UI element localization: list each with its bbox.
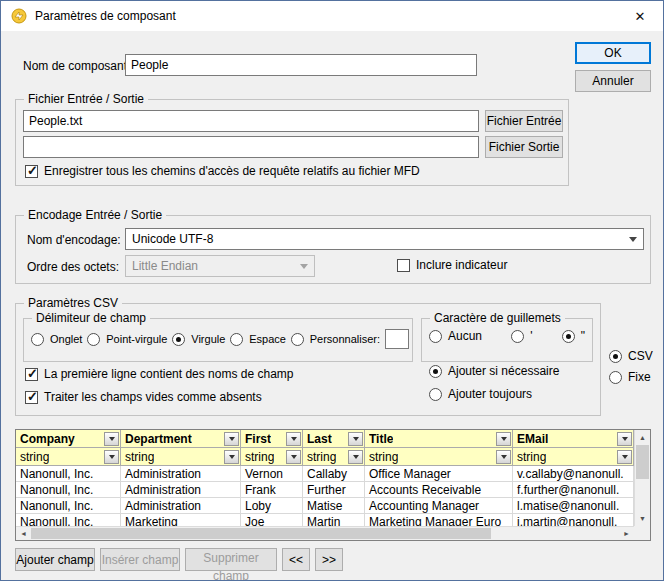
move-field-right-button[interactable]: >> xyxy=(315,548,343,571)
delimiter-custom-radio[interactable]: Personnaliser: xyxy=(291,333,380,346)
include-bom-checkbox[interactable]: Inclure indicateur xyxy=(397,258,507,272)
quote-none-radio[interactable]: Aucun xyxy=(429,329,482,343)
table-cell: Vernon xyxy=(241,466,303,482)
app-icon xyxy=(11,8,27,24)
vertical-scrollbar[interactable]: ▲ ▼ xyxy=(634,430,650,526)
column-type-label: string xyxy=(125,450,154,464)
column-type-select[interactable]: string xyxy=(365,448,513,466)
vertical-scroll-thumb[interactable] xyxy=(636,445,649,479)
move-field-left-button[interactable]: << xyxy=(282,548,310,571)
delimiter-semicolon-radio[interactable]: Point-virgule xyxy=(87,333,167,346)
first-row-fieldnames-label: La première ligne contient des noms de c… xyxy=(44,367,293,381)
encoding-group-title: Encodage Entrée / Sortie xyxy=(24,208,166,222)
checkbox-checked-icon xyxy=(25,391,38,404)
column-type-select[interactable]: string xyxy=(16,448,121,466)
column-header[interactable]: Department xyxy=(121,430,241,448)
delimiter-tab-label: Onglet xyxy=(50,333,82,345)
radio-unselected-icon xyxy=(429,388,442,401)
column-header[interactable]: Company xyxy=(16,430,121,448)
table-cell: Accounts Receivable xyxy=(365,482,513,498)
chevron-down-icon[interactable] xyxy=(286,432,301,446)
add-field-button[interactable]: Ajouter champ xyxy=(15,548,95,571)
scroll-left-icon[interactable]: ◄ xyxy=(16,527,31,540)
custom-delimiter-input[interactable] xyxy=(385,329,409,349)
quote-double-radio[interactable]: " xyxy=(562,329,585,343)
quote-char-group-title: Caractère de guillemets xyxy=(430,311,565,325)
column-header[interactable]: First xyxy=(241,430,303,448)
ok-button[interactable]: OK xyxy=(575,42,651,64)
delimiter-comma-radio[interactable]: Virgule xyxy=(172,333,225,346)
scroll-right-icon[interactable]: ► xyxy=(619,527,634,540)
column-type-select[interactable]: string xyxy=(513,448,634,466)
delimiter-space-label: Espace xyxy=(249,333,286,345)
input-file-button[interactable]: Fichier Entrée xyxy=(485,110,563,132)
quote-single-label: ' xyxy=(530,329,532,343)
save-relative-paths-checkbox[interactable]: Enregistrer tous les chemins d'accès de … xyxy=(25,164,420,178)
encoding-name-label: Nom d'encodage: xyxy=(27,233,121,247)
encoding-name-select[interactable]: Unicode UTF-8 xyxy=(125,228,644,250)
cancel-button[interactable]: Annuler xyxy=(575,70,651,92)
column-header-label: Department xyxy=(125,432,192,446)
component-name-input[interactable] xyxy=(125,54,477,76)
table-cell: Matise xyxy=(303,498,365,514)
first-row-fieldnames-checkbox[interactable]: La première ligne contient des noms de c… xyxy=(25,367,293,381)
scroll-up-icon[interactable]: ▲ xyxy=(635,430,650,445)
column-header-label: Title xyxy=(369,432,393,446)
column-type-label: string xyxy=(369,450,398,464)
table-cell: v.callaby@nanonull. xyxy=(513,466,634,482)
table-cell: f.further@nanonull. xyxy=(513,482,634,498)
format-fixed-radio[interactable]: Fixe xyxy=(609,370,651,384)
table-cell: Administration xyxy=(121,482,241,498)
chevron-down-icon[interactable] xyxy=(617,432,632,446)
quote-single-radio[interactable]: ' xyxy=(511,329,532,343)
byte-order-label: Ordre des octets: xyxy=(27,260,119,274)
checkbox-checked-icon xyxy=(25,368,38,381)
delimiter-space-radio[interactable]: Espace xyxy=(230,333,286,346)
column-header-label: Company xyxy=(20,432,75,446)
column-header[interactable]: Title xyxy=(365,430,513,448)
field-preview-table: Company Department First Last Title EMai… xyxy=(15,429,651,541)
output-file-field[interactable] xyxy=(23,136,479,158)
chevron-down-icon[interactable] xyxy=(224,432,239,446)
horizontal-scroll-thumb[interactable] xyxy=(31,528,491,539)
format-csv-radio[interactable]: CSV xyxy=(609,349,653,363)
radio-selected-icon xyxy=(609,350,622,363)
radio-unselected-icon xyxy=(31,333,44,346)
column-header[interactable]: Last xyxy=(303,430,365,448)
window-title: Paramètres de composant xyxy=(35,1,176,31)
column-type-label: string xyxy=(307,450,336,464)
scroll-down-icon[interactable]: ▼ xyxy=(635,511,650,526)
chevron-down-icon[interactable] xyxy=(617,450,632,464)
table-cell: Administration xyxy=(121,466,241,482)
column-type-select[interactable]: string xyxy=(241,448,303,466)
delimiter-options-row: Onglet Point-virgule Virgule Espace Pers… xyxy=(31,329,409,349)
chevron-down-icon[interactable] xyxy=(496,432,511,446)
chevron-down-icon[interactable] xyxy=(348,432,363,446)
output-file-button[interactable]: Fichier Sortie xyxy=(485,136,563,158)
horizontal-scrollbar[interactable]: ◄ ► xyxy=(16,526,634,540)
chevron-down-icon[interactable] xyxy=(224,450,239,464)
input-file-field[interactable] xyxy=(23,110,479,132)
column-type-select[interactable]: string xyxy=(121,448,241,466)
table-cell: Office Manager xyxy=(365,466,513,482)
quote-add-always-radio[interactable]: Ajouter toujours xyxy=(429,387,532,401)
chevron-down-icon[interactable] xyxy=(496,450,511,464)
column-type-select[interactable]: string xyxy=(303,448,365,466)
column-type-label: string xyxy=(245,450,274,464)
column-header[interactable]: EMail xyxy=(513,430,634,448)
titlebar: Paramètres de composant ✕ xyxy=(1,1,663,31)
chevron-down-icon[interactable] xyxy=(104,450,119,464)
radio-selected-icon xyxy=(429,365,442,378)
close-button[interactable]: ✕ xyxy=(617,1,663,31)
quote-add-if-needed-radio[interactable]: Ajouter si nécessaire xyxy=(429,364,559,378)
empty-fields-absent-label: Traiter les champs vides comme absents xyxy=(44,390,262,404)
scrollbar-corner xyxy=(634,526,650,540)
table-cell: Further xyxy=(303,482,365,498)
delimiter-tab-radio[interactable]: Onglet xyxy=(31,333,82,346)
empty-fields-absent-checkbox[interactable]: Traiter les champs vides comme absents xyxy=(25,390,262,404)
chevron-down-icon[interactable] xyxy=(348,450,363,464)
table-cell: Callaby xyxy=(303,466,365,482)
chevron-down-icon[interactable] xyxy=(104,432,119,446)
chevron-down-icon[interactable] xyxy=(286,450,301,464)
byte-order-select: Little Endian xyxy=(125,255,315,277)
